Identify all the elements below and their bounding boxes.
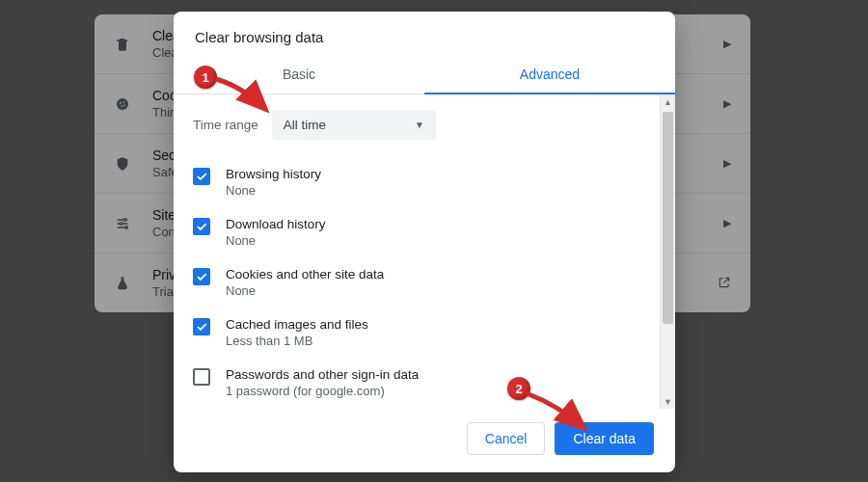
clear-browsing-data-dialog: Clear browsing data Basic Advanced Time … [174,12,675,472]
annotation-badge-2: 2 [507,377,530,400]
checkbox[interactable] [193,218,210,235]
scrollbar[interactable]: ▲ ▼ [660,94,675,409]
time-range-value: All time [284,118,326,132]
item-title: Browsing history [226,167,321,181]
time-range-select[interactable]: All time ▼ [272,110,436,140]
item-sub: Less than 1 MB [226,334,368,348]
tab-advanced[interactable]: Advanced [424,57,675,94]
scrollbar-down-icon[interactable]: ▼ [661,394,675,409]
clear-data-item: Cached images and filesLess than 1 MB [193,308,640,358]
checkbox[interactable] [193,318,210,335]
clear-data-item: Cookies and other site dataNone [193,257,640,308]
clear-data-item: Browsing historyNone [193,157,640,207]
item-sub: 1 password (for google.com) [226,384,419,398]
clear-data-button[interactable]: Clear data [555,422,654,455]
scrollbar-up-icon[interactable]: ▲ [661,94,675,109]
clear-data-item: Passwords and other sign-in data1 passwo… [193,358,640,408]
annotation-badge-1: 1 [194,66,217,89]
item-title: Download history [226,217,326,231]
clear-data-item: Download historyNone [193,207,640,257]
item-sub: None [226,233,326,248]
checkbox[interactable] [193,268,210,285]
checkbox[interactable] [193,168,210,185]
checkbox[interactable] [193,368,210,386]
dialog-scroll-area: Time range All time ▼ Browsing historyNo… [174,94,660,409]
dialog-tabs: Basic Advanced [174,57,675,94]
item-sub: None [226,183,321,198]
caret-down-icon: ▼ [415,120,424,130]
scrollbar-thumb[interactable] [663,112,673,324]
dialog-footer: Cancel Clear data [174,409,675,472]
item-title: Cookies and other site data [226,267,384,281]
time-range-label: Time range [193,118,258,132]
cancel-button[interactable]: Cancel [467,422,546,455]
dialog-title: Clear browsing data [174,12,675,57]
item-sub: None [226,283,384,298]
item-title: Cached images and files [226,317,368,332]
item-title: Passwords and other sign-in data [226,367,419,382]
